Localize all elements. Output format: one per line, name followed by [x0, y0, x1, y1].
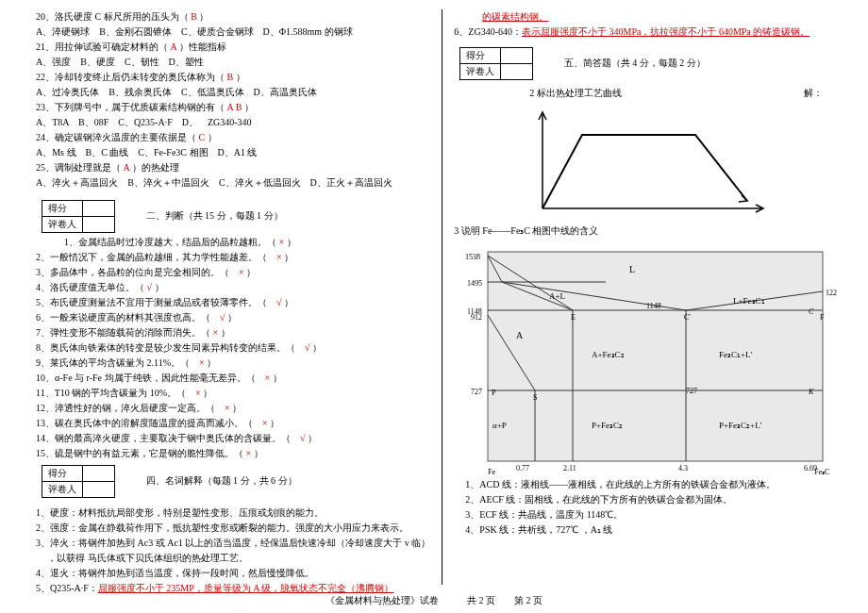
svg-text:A+Fe₃C₂: A+Fe₃C₂ — [592, 350, 625, 359]
def-3a: 3、淬火：将钢件加热到 Ac3 或 Ac1 以上的适当温度，经保温后快速冷却（冷… — [36, 536, 430, 551]
def-2: 2、强度：金属在静载荷作用下，抵抗塑性变形或断裂的能力。强度的大小用应力来表示。 — [36, 521, 430, 536]
svg-text:F: F — [820, 313, 825, 322]
sa-q2-label: 2 标出热处理工艺曲线 — [529, 88, 622, 98]
section5-header: 得分 评卷人 五、简答题（共 4 分，每题 2 分） — [454, 43, 842, 82]
right-column: 的碳素结构钢。 6、ZG340-640：表示屈服强度不小于 340MPa，抗拉强… — [446, 9, 849, 585]
svg-text:C: C — [809, 307, 814, 316]
svg-text:912: 912 — [471, 313, 482, 322]
svg-text:S: S — [533, 393, 537, 402]
section4-title: 四、名词解释（每题 1 分，共 6 分） — [146, 474, 297, 488]
svg-text:P+Fe₃C₂+L': P+Fe₃C₂+L' — [719, 421, 762, 430]
top-carryover-1: 的碳素结构钢。 — [482, 11, 548, 22]
judge-1: 1、金属结晶时过冷度越大，结晶后的晶粒越粗。（ × ） — [36, 235, 430, 250]
phase-line-3: 3、ECF 线：共晶线，温度为 1148℃。 — [454, 507, 842, 522]
svg-text:C': C' — [684, 313, 691, 322]
judge-15: 15、硫是钢中的有益元素，它是钢的脆性降低。（ × ） — [36, 446, 430, 461]
j12-ans: × — [225, 403, 230, 413]
phase-line-2: 2、AECF 线：固相线，在此线的下方所有的铁碳合金都为固体。 — [454, 492, 842, 507]
def-3b: ，以获得 马氏体或下贝氏体组织的热处理工艺。 — [36, 551, 430, 566]
heat-treatment-curve — [526, 107, 771, 220]
j14-ans: √ — [300, 433, 306, 443]
q22-answer: B — [227, 72, 234, 82]
phase-line-4: 4、PSK 线：共析线，727℃ ，A₁ 线 — [454, 522, 842, 538]
sa-q3-label: 3 说明 Fe——Fe₃C 相图中线的含义 — [454, 224, 842, 239]
reviewer-label: 评卷人 — [42, 482, 83, 498]
q22: 22、冷却转变终止后仍未转变的奥氏体称为（ B ） — [36, 70, 430, 85]
score-label: 得分 — [42, 201, 83, 217]
svg-text:1495: 1495 — [467, 279, 482, 288]
q20-options: A、淬硬钢球 B、金刚石圆锥体 C、硬质合金钢球 D、Φ1.588mm 的钢球 — [36, 25, 430, 40]
reviewer-label: 评卷人 — [460, 64, 501, 80]
judge-2: 2、一般情况下，金属的晶粒越细，其力学性能越差。（ × ） — [36, 250, 430, 265]
judge-12: 12、淬透性好的钢，淬火后硬度一定高。（ × ） — [36, 401, 430, 416]
svg-text:A: A — [516, 330, 524, 340]
j4-ans: √ — [147, 282, 153, 292]
q25: 25、调制处理就是（ A ）的热处理 — [36, 160, 430, 175]
svg-text:2.11: 2.11 — [563, 464, 576, 472]
svg-text:Fe₃C: Fe₃C — [814, 468, 829, 475]
q20-answer: B — [191, 11, 197, 22]
section5-title: 五、简答题（共 4 分，每题 2 分） — [564, 57, 706, 70]
q23: 23、下列牌号中，属于优质碳素结构钢的有（ A B ） — [36, 100, 430, 115]
judge-4: 4、洛氏硬度值无单位。（ √ ） — [36, 280, 430, 295]
score-table-2: 得分 评卷人 — [42, 200, 115, 233]
q23-options: A、T8A B、08F C、Q235-A·F D、 ZG340-340 — [36, 115, 430, 130]
j15-ans: × — [246, 448, 252, 458]
svg-text:1148: 1148 — [646, 302, 661, 310]
def-1: 1、硬度：材料抵抗局部变形，特别是塑性变形、压痕或划痕的能力。 — [36, 505, 430, 521]
j5-ans: √ — [276, 297, 282, 307]
def-4: 4、退火：将钢件加热到适当温度，保持一段时间，然后慢慢降低。 — [36, 566, 430, 581]
judge-6: 6、一般来说硬度高的材料其强度也高。（ √ ） — [36, 310, 430, 325]
def-6-answer: 表示屈服强度不小于 340MPa，抗拉强度不小于 640MPa 的铸造碳钢。 — [522, 26, 810, 37]
j1-ans: × — [279, 237, 285, 247]
q20: 20、洛氏硬度 C 标尺所用的压头为（ B ） — [36, 9, 430, 25]
svg-text:L+Fe₃C₁: L+Fe₃C₁ — [733, 296, 765, 306]
judge-11: 11、T10 钢的平均含碳量为 10%。（ × ） — [36, 386, 430, 401]
j6-ans: √ — [220, 312, 225, 323]
fe-fe3c-phase-diagram: 1538 1495 1148 912 727 1227 L A+L A L+Fe… — [459, 244, 837, 475]
section4-header: 得分 评卷人 四、名词解释（每题 1 分，共 6 分） — [36, 461, 430, 500]
j11-ans: × — [195, 388, 201, 398]
q24-answer: C — [199, 132, 206, 142]
j7-ans: × — [213, 327, 219, 338]
def-6: 6、ZG340-640：表示屈服强度不小于 340MPa，抗拉强度不小于 640… — [454, 25, 842, 40]
judge-14: 14、钢的最高淬火硬度，主要取决于钢中奥氏体的含碳量。（ √ ） — [36, 431, 430, 446]
j3-ans: × — [239, 267, 244, 277]
phase-line-1: 1、ACD 线：液相线——液相线，在此线的上方所有的铁碳合金都为液体。 — [454, 477, 842, 492]
svg-text:P+Fe₃C₂: P+Fe₃C₂ — [592, 421, 623, 430]
j13-ans: × — [262, 418, 268, 428]
judge-13: 13、碳在奥氏体中的溶解度随温度的提高而减小。（ × ） — [36, 416, 430, 431]
svg-text:E: E — [571, 313, 576, 322]
svg-text:Fe: Fe — [488, 468, 495, 475]
page-footer: 《金属材料与热处理》试卷 共 2 页 第 2 页 — [0, 594, 868, 607]
section2-title: 二、判断（共 15 分，每题 1 分） — [146, 209, 283, 223]
reviewer-label: 评卷人 — [42, 217, 83, 233]
score-label: 得分 — [460, 48, 501, 64]
svg-text:K: K — [808, 388, 814, 396]
column-divider — [442, 9, 442, 585]
q21-answer: A — [171, 41, 177, 52]
judge-8: 8、奥氏体向铁素体的转变是较少发生同素异构转变的结果。（ √ ） — [36, 340, 430, 356]
sa-q2-solve: 解： — [804, 86, 823, 101]
q23-answer: A B — [227, 102, 242, 112]
q22-options: A、过冷奥氏体 B、残余奥氏体 C、低温奥氏体 D、高温奥氏体 — [36, 85, 430, 100]
j8-ans: √ — [305, 342, 310, 353]
svg-text:4.3: 4.3 — [678, 464, 688, 472]
svg-text:A+L: A+L — [549, 291, 565, 301]
svg-text:0.77: 0.77 — [516, 464, 529, 472]
left-column: 20、洛氏硬度 C 标尺所用的压头为（ B ） A、淬硬钢球 B、金刚石圆锥体 … — [28, 9, 438, 585]
score-label: 得分 — [42, 466, 83, 482]
svg-text:P: P — [492, 389, 496, 397]
svg-rect-0 — [488, 252, 823, 461]
q24-options: A、Ms 线 B、C 曲线 C、Fe-Fe3C 相图 D、A1 线 — [36, 145, 430, 160]
j10-ans: × — [265, 373, 271, 383]
svg-text:1227: 1227 — [826, 289, 837, 297]
section2-header: 得分 评卷人 二、判断（共 15 分，每题 1 分） — [36, 196, 430, 235]
judge-7: 7、弹性变形不能随载荷的消除而消失。（ × ） — [36, 325, 430, 340]
q21-options: A、强度 B、硬度 C、韧性 D、塑性 — [36, 55, 430, 70]
q24: 24、确定碳钢淬火温度的主要依据是（ C ） — [36, 130, 430, 145]
judge-9: 9、莱氏体的平均含碳量为 2.11%。（ × ） — [36, 356, 430, 371]
svg-text:1538: 1538 — [465, 253, 480, 261]
def-5-answer: 屈服强度不小于 235MP，质量等级为 A 级，脱氧状态不完全（沸腾钢） — [98, 583, 394, 593]
q25-answer: A — [124, 162, 130, 173]
